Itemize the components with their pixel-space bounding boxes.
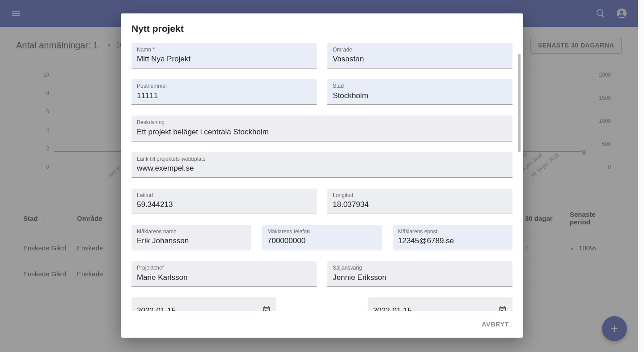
longitude-value: 18.037934 — [333, 199, 507, 211]
date-start-field[interactable]: 2022-01-15 — [131, 297, 276, 311]
dialog-title: Nytt projekt — [121, 13, 523, 43]
page-root: Antal anmälningar: 1 ▼ 100 SENASTE 30 DA… — [0, 0, 638, 352]
longitude-label: Longitud — [333, 192, 507, 198]
website-label: Länk till projektets webbplats — [137, 156, 507, 162]
website-field[interactable]: Länk till projektets webbplats www.exemp… — [131, 152, 513, 178]
name-label: Namn * — [137, 47, 311, 53]
broker-phone-label: Mäklarens telefon — [267, 228, 377, 235]
calendar-icon[interactable] — [262, 305, 271, 311]
area-value: Vasastan — [333, 54, 507, 65]
broker-phone-field[interactable]: Mäklarens telefon 700000000 — [262, 225, 382, 250]
sales-lead-field[interactable]: Säljansvarig Jennie Eriksson — [327, 261, 513, 287]
latitude-field[interactable]: Latitud 59.344213 — [131, 189, 317, 214]
dialog-actions: AVBRYT — [121, 311, 523, 338]
broker-phone-value: 700000000 — [267, 236, 377, 247]
latitude-label: Latitud — [137, 192, 311, 198]
website-value: www.exempel.se — [137, 163, 507, 175]
new-project-dialog: Nytt projekt Namn * Mitt Nya Projekt Omr… — [121, 13, 523, 338]
sales-lead-value: Jennie Eriksson — [333, 272, 507, 284]
city-field[interactable]: Stad Stockholm — [327, 79, 513, 105]
sales-lead-label: Säljansvarig — [333, 265, 507, 271]
name-value: Mitt Nya Projekt — [137, 54, 311, 65]
project-manager-value: Marie Karlsson — [137, 272, 311, 284]
project-manager-field[interactable]: Projektchef Marie Karlsson — [131, 261, 317, 287]
description-label: Beskrivning — [137, 119, 507, 125]
broker-email-value: 12345@6789.se — [398, 236, 507, 247]
description-value: Ett projekt beläget i centrala Stockholm — [137, 127, 507, 138]
name-field[interactable]: Namn * Mitt Nya Projekt — [131, 43, 317, 69]
area-label: Område — [333, 47, 507, 53]
description-field[interactable]: Beskrivning Ett projekt beläget i centra… — [131, 116, 513, 141]
calendar-icon[interactable] — [498, 305, 507, 311]
area-field[interactable]: Område Vasastan — [327, 43, 513, 69]
dialog-body: Namn * Mitt Nya Projekt Område Vasastan … — [121, 43, 523, 311]
broker-name-field[interactable]: Mäklarens namn Erik Johansson — [131, 225, 251, 250]
latitude-value: 59.344213 — [137, 199, 311, 211]
postcode-value: 11111 — [137, 90, 311, 102]
city-label: Stad — [333, 83, 507, 89]
longitude-field[interactable]: Longitud 18.037934 — [327, 189, 513, 214]
date-start-value: 2022-01-15 — [137, 306, 176, 311]
postcode-field[interactable]: Postnummer 11111 — [131, 79, 317, 105]
date-end-field[interactable]: 2022-01-15 — [368, 297, 513, 311]
broker-email-label: Mäklarens epost — [398, 228, 507, 235]
broker-name-label: Mäklarens namn — [137, 228, 246, 235]
project-manager-label: Projektchef — [137, 265, 311, 271]
date-end-value: 2022-01-15 — [373, 306, 412, 311]
broker-email-field[interactable]: Mäklarens epost 12345@6789.se — [393, 225, 513, 250]
cancel-button[interactable]: AVBRYT — [477, 317, 513, 331]
postcode-label: Postnummer — [137, 83, 311, 89]
city-value: Stockholm — [333, 90, 507, 102]
broker-name-value: Erik Johansson — [137, 236, 246, 247]
dialog-scrollbar[interactable] — [518, 54, 521, 152]
